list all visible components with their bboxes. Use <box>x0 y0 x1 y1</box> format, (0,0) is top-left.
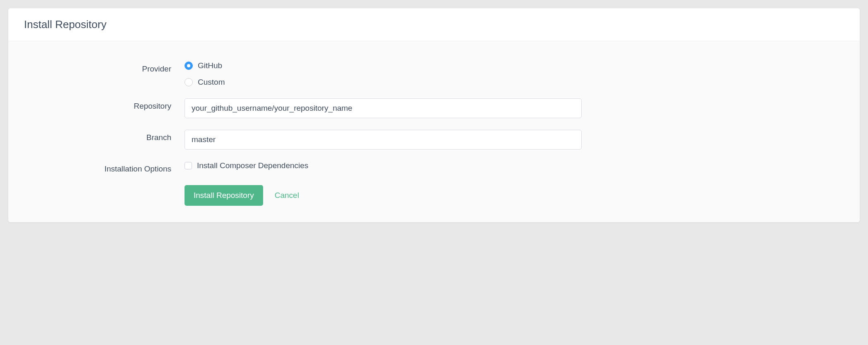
branch-input[interactable] <box>185 130 582 150</box>
installation-options-label: Installation Options <box>24 161 185 174</box>
card-title: Install Repository <box>24 18 844 31</box>
repository-label: Repository <box>24 98 185 111</box>
repository-row: Repository <box>24 98 844 118</box>
provider-custom-option[interactable]: Custom <box>185 78 582 87</box>
install-repository-card: Install Repository Provider GitHub Custo… <box>8 8 860 222</box>
provider-row: Provider GitHub Custom <box>24 61 844 87</box>
provider-github-radio[interactable] <box>185 62 193 70</box>
provider-github-label: GitHub <box>198 61 222 70</box>
card-body: Provider GitHub Custom Repository <box>8 41 860 222</box>
composer-checkbox[interactable] <box>185 162 192 169</box>
button-row: Install Repository Cancel <box>185 185 582 206</box>
install-repository-button[interactable]: Install Repository <box>185 185 263 206</box>
repository-input[interactable] <box>185 98 582 118</box>
branch-label: Branch <box>24 130 185 142</box>
installation-options-row: Installation Options Install Composer De… <box>24 161 844 174</box>
provider-radio-group: GitHub Custom <box>185 61 582 87</box>
composer-label: Install Composer Dependencies <box>197 161 308 170</box>
provider-custom-radio[interactable] <box>185 78 193 86</box>
provider-label: Provider <box>24 61 185 74</box>
card-header: Install Repository <box>8 8 860 41</box>
composer-option[interactable]: Install Composer Dependencies <box>185 161 582 170</box>
branch-row: Branch <box>24 130 844 150</box>
provider-custom-label: Custom <box>198 78 225 87</box>
cancel-button[interactable]: Cancel <box>275 191 299 200</box>
provider-github-option[interactable]: GitHub <box>185 61 582 70</box>
actions-row: Install Repository Cancel <box>24 185 844 206</box>
